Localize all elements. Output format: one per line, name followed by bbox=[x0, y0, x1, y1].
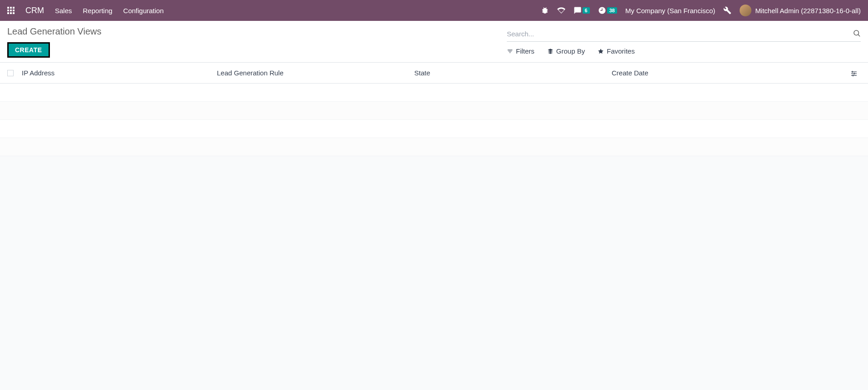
apps-icon[interactable] bbox=[7, 7, 15, 14]
filter-row: Filters Group By Favorites bbox=[507, 47, 861, 55]
main-navbar: CRM Sales Reporting Configuration 6 38 M… bbox=[0, 0, 868, 21]
search-icon[interactable] bbox=[853, 29, 861, 39]
activities-badge: 38 bbox=[607, 7, 617, 14]
table-row[interactable] bbox=[0, 138, 868, 156]
filters-dropdown[interactable]: Filters bbox=[507, 47, 535, 55]
star-icon bbox=[598, 48, 604, 54]
sliders-icon bbox=[850, 69, 858, 77]
messaging-badge: 6 bbox=[583, 7, 590, 14]
company-switcher[interactable]: My Company (San Francisco) bbox=[625, 7, 715, 15]
table-row[interactable] bbox=[0, 120, 868, 138]
column-header-ip[interactable]: IP Address bbox=[22, 69, 217, 77]
breadcrumb: Lead Generation Views bbox=[7, 26, 102, 37]
select-all-cell bbox=[7, 70, 22, 76]
column-header-rule[interactable]: Lead Generation Rule bbox=[217, 69, 414, 77]
nav-link-reporting[interactable]: Reporting bbox=[83, 7, 113, 15]
favorites-dropdown[interactable]: Favorites bbox=[598, 47, 635, 55]
groupby-dropdown[interactable]: Group By bbox=[547, 47, 585, 55]
user-menu[interactable]: Mitchell Admin (22871380-16-0-all) bbox=[740, 5, 861, 16]
svg-line-1 bbox=[858, 35, 859, 36]
table-row[interactable] bbox=[0, 102, 868, 120]
favorites-label: Favorites bbox=[607, 47, 635, 55]
groupby-label: Group By bbox=[556, 47, 585, 55]
nav-link-sales[interactable]: Sales bbox=[55, 7, 72, 15]
create-button[interactable]: CREATE bbox=[7, 42, 50, 58]
app-brand[interactable]: CRM bbox=[25, 6, 44, 15]
nav-link-configuration[interactable]: Configuration bbox=[123, 7, 164, 15]
layers-icon bbox=[547, 48, 554, 54]
table-body bbox=[0, 84, 868, 156]
messaging-icon[interactable]: 6 bbox=[574, 6, 590, 15]
search-input[interactable] bbox=[507, 28, 853, 39]
svg-point-0 bbox=[854, 30, 859, 35]
control-panel: Lead Generation Views CREATE Filters Gro… bbox=[0, 21, 868, 63]
search-row bbox=[507, 26, 861, 42]
activities-icon[interactable]: 38 bbox=[598, 6, 617, 15]
control-panel-left: Lead Generation Views CREATE bbox=[7, 26, 102, 58]
control-panel-right: Filters Group By Favorites bbox=[507, 26, 861, 58]
navbar-right: 6 38 My Company (San Francisco) Mitchell… bbox=[541, 5, 861, 16]
column-header-date[interactable]: Create Date bbox=[612, 69, 847, 77]
avatar bbox=[740, 5, 751, 16]
list-view: IP Address Lead Generation Rule State Cr… bbox=[0, 63, 868, 156]
funnel-icon bbox=[507, 48, 513, 54]
select-all-checkbox[interactable] bbox=[7, 70, 14, 76]
user-name: Mitchell Admin (22871380-16-0-all) bbox=[755, 7, 861, 15]
column-header-state[interactable]: State bbox=[414, 69, 612, 77]
table-header: IP Address Lead Generation Rule State Cr… bbox=[0, 63, 868, 84]
tools-icon[interactable] bbox=[723, 6, 731, 15]
column-options[interactable] bbox=[847, 69, 861, 77]
filters-label: Filters bbox=[516, 47, 535, 55]
navbar-left: CRM Sales Reporting Configuration bbox=[7, 6, 164, 15]
table-row[interactable] bbox=[0, 84, 868, 102]
wifi-icon[interactable] bbox=[557, 6, 565, 15]
bug-icon[interactable] bbox=[541, 6, 549, 15]
